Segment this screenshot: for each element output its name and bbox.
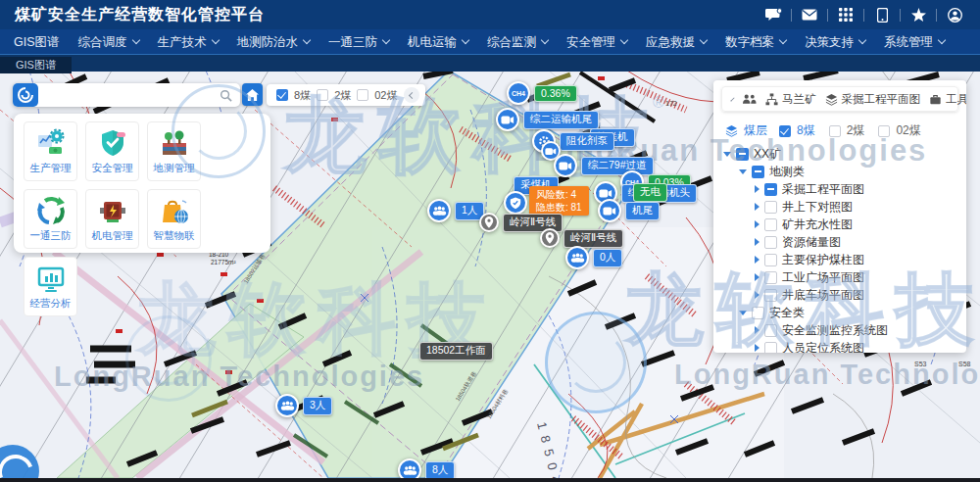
search-icon[interactable] — [220, 89, 232, 102]
nav-item-archives[interactable]: 数字档案 — [725, 34, 786, 51]
tree-checkbox[interactable] — [764, 289, 777, 302]
tree-expand-icon[interactable] — [755, 326, 760, 334]
tree-node-geology-class[interactable]: 地测类 — [713, 163, 966, 180]
nav-item-monitoring[interactable]: 综合监测 — [487, 34, 548, 51]
app-card-production[interactable]: 生产管理 — [24, 121, 77, 181]
app-card-safety[interactable]: 安全管理 — [85, 121, 139, 181]
people-icon — [742, 93, 757, 105]
icon-separator — [791, 9, 792, 22]
tree-expand-icon[interactable] — [755, 273, 760, 281]
nav-item-decision[interactable]: 决策支持 — [805, 34, 865, 51]
personnel-marker[interactable]: 0人 — [565, 246, 622, 269]
tree-node-surface-contrast[interactable]: 井上下对照图 — [713, 198, 966, 216]
tree-node-coal-pillar[interactable]: 主要保护煤柱图 — [713, 251, 966, 268]
apps-grid-icon[interactable] — [834, 5, 858, 24]
tree-expand-icon[interactable] — [739, 311, 747, 315]
map-block-area: 21775m² — [211, 259, 236, 265]
nav-item-gis[interactable]: GIS图谱 — [14, 34, 60, 51]
mobile-device-icon[interactable] — [870, 5, 894, 24]
collapse-button[interactable] — [404, 87, 419, 103]
tree-expand-icon[interactable] — [755, 203, 760, 211]
tree-checkbox[interactable] — [764, 324, 777, 337]
nav-item-safety[interactable]: 安全管理 — [566, 34, 627, 51]
tree-checkbox[interactable] — [764, 254, 777, 266]
camera-marker[interactable]: 机尾 — [598, 199, 660, 222]
tree-expand-icon[interactable] — [723, 152, 731, 157]
tree-node-safety-monitoring[interactable]: 安全监测监控系统图 — [713, 321, 966, 339]
tree-expand-icon[interactable] — [739, 169, 747, 174]
tree-checkbox[interactable] — [764, 218, 777, 231]
tab-gis[interactable]: GIS图谱 — [0, 57, 72, 73]
tree-expand-icon[interactable] — [755, 344, 760, 352]
nav-item-emergency[interactable]: 应急救援 — [646, 34, 707, 51]
tree-checkbox[interactable] — [764, 342, 777, 354]
tree-checkbox[interactable] — [764, 271, 777, 284]
star-icon[interactable] — [906, 5, 930, 24]
line-pin-marker[interactable]: 岭河Ⅱ号线 — [540, 228, 623, 248]
camera-marker[interactable]: 综二运输机尾 — [496, 108, 599, 131]
workface-tag[interactable]: 18502工作面 — [419, 342, 493, 361]
nav-item-system[interactable]: 系统管理 — [884, 34, 945, 51]
message-icon[interactable] — [761, 5, 785, 24]
seam-checkbox-8[interactable] — [276, 89, 288, 101]
ch4-sensor-marker[interactable]: CH4 0.36% — [507, 81, 577, 105]
tree-expand-icon[interactable] — [755, 220, 760, 228]
panel-seam-checkbox-8[interactable] — [779, 125, 791, 137]
seam-checkbox-02[interactable] — [357, 89, 368, 101]
nav-item-geology[interactable]: 地测防治水 — [237, 34, 311, 51]
map-search-input[interactable] — [38, 88, 220, 102]
tree-expand-icon[interactable] — [755, 185, 760, 193]
tree-expand-icon[interactable] — [755, 256, 760, 264]
app-card-iot[interactable]: 智慧物联 — [147, 189, 201, 249]
tree-node-water-filling[interactable]: 矿井充水性图 — [713, 216, 966, 233]
tree-checkbox[interactable] — [764, 236, 777, 249]
chevron-left-icon[interactable] — [730, 97, 734, 101]
mine-selector[interactable]: 马兰矿 — [765, 92, 816, 107]
personnel-marker[interactable]: 3人 — [275, 394, 332, 417]
tools-button[interactable]: 工具 — [929, 92, 966, 107]
tree-checkbox[interactable] — [764, 201, 777, 214]
tree-node-personnel-location[interactable]: 人员定位系统图 — [713, 339, 966, 353]
tree-node-industrial-plaza[interactable]: 工业广场平面图 — [713, 268, 966, 286]
panel-seam-label-2: 2煤 — [847, 122, 865, 139]
home-button[interactable] — [242, 83, 263, 106]
app-card-analysis[interactable]: 经营分析 — [24, 257, 77, 316]
people-icon — [275, 394, 299, 417]
nav-item-ventilation[interactable]: 一通三防 — [328, 34, 389, 51]
app-card-electromechanical[interactable]: 机电管理 — [85, 189, 139, 249]
tree-label: XX矿 — [754, 146, 781, 163]
tree-checkbox[interactable] — [752, 307, 764, 319]
tree-node-resource-reserve[interactable]: 资源储量图 — [713, 233, 966, 251]
panel-seam-checkbox-02[interactable] — [878, 125, 890, 137]
panel-seam-checkbox-2[interactable] — [829, 125, 841, 137]
risk-shield-marker[interactable] — [504, 191, 527, 215]
nav-item-mech-transport[interactable]: 机电运输 — [408, 34, 468, 51]
geology-icon — [159, 127, 190, 159]
personnel-marker[interactable]: 1人 — [427, 199, 484, 222]
tree-expand-icon[interactable] — [755, 291, 760, 299]
tree-checkbox[interactable] — [752, 166, 764, 178]
mail-icon[interactable] — [798, 5, 821, 24]
app-card-ventilation[interactable]: 一通三防 — [24, 189, 77, 249]
chevron-down-icon — [131, 36, 139, 44]
app-card-geology[interactable]: 地测管理 — [147, 121, 201, 181]
nav-item-dispatch[interactable]: 综合调度 — [78, 34, 139, 51]
app-label: 经营分析 — [30, 297, 72, 311]
tree-node-pit-bottom[interactable]: 井底车场平面图 — [713, 286, 966, 304]
staff-button[interactable] — [742, 93, 757, 105]
tree-node-safety-class[interactable]: 安全类 — [713, 304, 966, 321]
tree-node-mine[interactable]: XX矿 — [713, 145, 966, 163]
tree-checkbox[interactable] — [764, 183, 777, 196]
iot-icon — [159, 195, 190, 226]
tree-expand-icon[interactable] — [755, 238, 760, 246]
platform-logo-button[interactable] — [13, 83, 38, 107]
drawing-selector[interactable]: 采掘工程平面图 — [825, 92, 921, 107]
seam-checkbox-2[interactable] — [317, 89, 328, 101]
user-icon[interactable] — [943, 5, 966, 24]
nav-item-production[interactable]: 生产技术 — [158, 34, 219, 51]
tree-checkbox[interactable] — [736, 148, 749, 161]
tree-node-mining-plan[interactable]: 采掘工程平面图 — [713, 180, 966, 198]
people-icon — [565, 246, 589, 269]
panel-seam-label-02: 02煤 — [896, 122, 920, 139]
risk-panel[interactable]: 风险数: 4 隐患数: 81 — [529, 186, 589, 216]
